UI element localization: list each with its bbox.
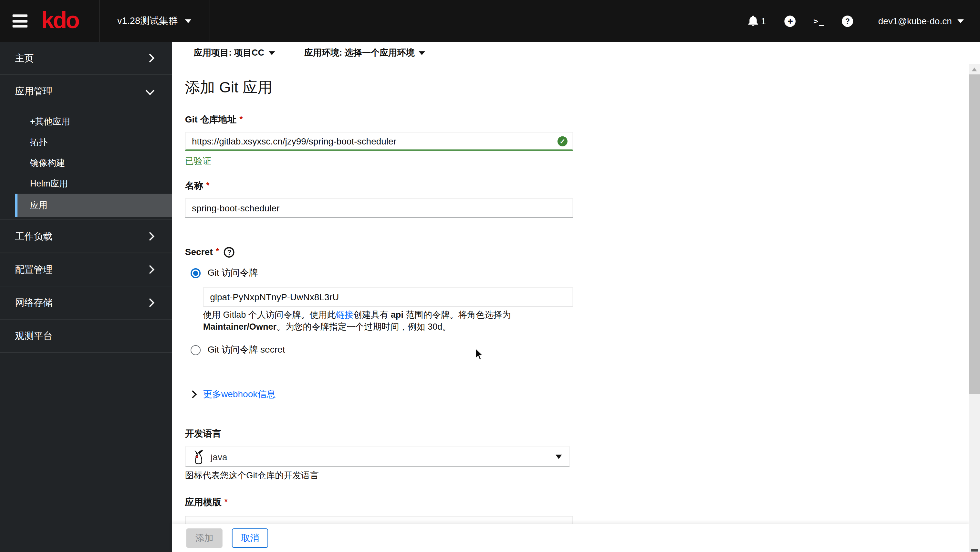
radio-git-access-token[interactable]: Git 访问令牌 <box>191 267 258 279</box>
secret-help-icon[interactable]: ? <box>224 247 234 257</box>
plus-icon: + <box>788 16 793 26</box>
project-selector-label: 应用项目: 项目CC <box>194 47 264 59</box>
cluster-name: v1.28测试集群 <box>117 15 178 27</box>
topbar-actions: 1 + >_ ? dev1@kube-do.cn <box>748 0 964 42</box>
user-menu[interactable]: dev1@kube-do.cn <box>878 16 964 26</box>
notifications-button[interactable]: 1 <box>748 15 766 27</box>
sidebar-item-network-storage[interactable]: 网络存储 <box>0 286 172 320</box>
validated-status: 已验证 <box>185 156 211 167</box>
required-marker: * <box>239 115 243 124</box>
project-selector[interactable]: 应用项目: 项目CC <box>194 47 275 59</box>
help-button[interactable]: ? <box>842 15 853 27</box>
environment-selector[interactable]: 应用环境: 选择一个应用环境 <box>304 47 425 59</box>
cluster-selector[interactable]: v1.28测试集群 <box>100 0 209 42</box>
template-label: 应用模版* <box>185 496 228 508</box>
chevron-right-icon <box>146 54 154 62</box>
sidebar-item-label: +其他应用 <box>30 116 70 127</box>
sidebar-item-app-management[interactable]: 应用管理 <box>0 75 172 108</box>
chevron-right-icon[interactable] <box>189 391 197 399</box>
page-title: 添加 Git 应用 <box>185 78 273 97</box>
sidebar-item-home[interactable]: 主页 <box>0 42 172 75</box>
webhook-info-link[interactable]: 更多webhook信息 <box>203 388 276 400</box>
help-text-bold: api <box>391 310 403 320</box>
label-text: Secret <box>185 246 213 258</box>
context-bar: 应用项目: 项目CC 应用环境: 选择一个应用环境 <box>172 42 980 65</box>
sidebar-item-helm-apps[interactable]: Helm应用 <box>0 173 172 194</box>
sidebar-item-label: 工作负载 <box>15 230 52 242</box>
hamburger-bar <box>13 20 27 22</box>
chevron-right-icon <box>146 232 154 241</box>
token-help-link[interactable]: 链接 <box>336 310 353 320</box>
radio-label: Git 访问令牌 secret <box>207 344 285 356</box>
main-content: 添加 Git 应用 Git 仓库地址* ✓ 已验证 名称* Secret* ? … <box>172 64 969 552</box>
help-text-bold: Maintainer/Owner <box>203 322 277 332</box>
scrollbar-thumb[interactable] <box>969 74 980 394</box>
user-name: dev1@kube-do.cn <box>878 16 952 26</box>
chevron-down-icon <box>555 455 562 459</box>
hamburger-menu-icon[interactable] <box>13 14 27 28</box>
chevron-down-icon <box>185 19 191 23</box>
app-window: kdo v1.28测试集群 1 + >_ ? <box>0 0 980 552</box>
help-text-part: 创建具有 <box>353 310 391 320</box>
name-label: 名称* <box>185 180 210 192</box>
radio-git-token-secret[interactable]: Git 访问令牌 secret <box>191 344 285 356</box>
chevron-down-icon <box>269 51 275 55</box>
language-label: 开发语言 <box>185 428 221 439</box>
hamburger-bar <box>13 14 27 17</box>
label-text: 开发语言 <box>185 428 221 438</box>
help-text-part: 范围的令牌。将角色选择为 <box>403 310 511 320</box>
help-text-part: 。为您的令牌指定一个过期时间，例如 30d。 <box>277 322 451 332</box>
sidebar-item-label: 镜像构建 <box>30 157 65 169</box>
sidebar-item-label: 观测平台 <box>15 330 52 342</box>
required-marker: * <box>216 246 219 257</box>
chevron-right-icon <box>146 298 154 307</box>
git-repo-input[interactable] <box>185 132 573 151</box>
label-text: Git 仓库地址 <box>185 115 237 124</box>
sidebar-item-label: 主页 <box>15 53 33 64</box>
sidebar-item-config-management[interactable]: 配置管理 <box>0 254 172 287</box>
terminal-icon: >_ <box>813 16 824 26</box>
scrollbar-down-arrow[interactable] <box>971 549 978 552</box>
radio-unselected-icon[interactable] <box>191 345 200 355</box>
language-help-text: 图标代表您这个Git仓库的开发语言 <box>185 470 319 482</box>
radio-dot <box>193 271 198 275</box>
sidebar-item-topology[interactable]: 拓扑 <box>0 132 172 153</box>
sidebar-item-label: Helm应用 <box>30 178 68 189</box>
top-navigation-bar: kdo v1.28测试集群 1 + >_ ? <box>0 0 980 42</box>
name-field-wrap <box>185 198 573 217</box>
name-input[interactable] <box>185 198 573 217</box>
git-repo-field-wrap: ✓ <box>185 132 573 151</box>
add-button[interactable]: 添加 <box>186 528 223 548</box>
label-text: 应用模版 <box>185 497 221 507</box>
secret-label: Secret* ? <box>185 246 235 258</box>
token-input[interactable] <box>203 287 573 306</box>
notification-count: 1 <box>761 16 766 26</box>
sidebar-item-label: 网络存储 <box>15 297 52 309</box>
sidebar-item-workloads[interactable]: 工作负载 <box>0 220 172 254</box>
language-select[interactable]: java <box>185 447 570 467</box>
hamburger-bar <box>13 25 27 27</box>
terminal-button[interactable]: >_ <box>813 16 824 26</box>
add-resource-button[interactable]: + <box>784 15 796 27</box>
sidebar-item-image-build[interactable]: 镜像构建 <box>0 153 172 173</box>
required-marker: * <box>224 497 228 506</box>
sidebar-item-observability[interactable]: 观测平台 <box>0 320 172 353</box>
sidebar-navigation: 主页 应用管理 +其他应用 拓扑 镜像构建 Helm应用 应用 工作 <box>0 42 172 552</box>
sidebar-item-other-apps[interactable]: +其他应用 <box>0 111 172 132</box>
valid-check-icon: ✓ <box>557 136 568 147</box>
cancel-button[interactable]: 取消 <box>232 528 268 548</box>
sidebar-item-label: 配置管理 <box>15 264 52 276</box>
vertical-scrollbar[interactable] <box>969 64 980 552</box>
token-help-text: 使用 Gitlab 个人访问令牌。使用此链接创建具有 api 范围的令牌。将角色… <box>203 309 573 333</box>
question-glyph: ? <box>227 246 231 258</box>
chevron-right-icon <box>146 265 154 274</box>
brand-logo[interactable]: kdo <box>41 7 79 34</box>
java-duke-icon <box>193 449 204 464</box>
radio-selected-icon[interactable] <box>191 268 200 278</box>
scrollbar-up-arrow[interactable] <box>972 67 977 72</box>
topbar-divider <box>208 0 209 42</box>
question-icon: ? <box>845 16 850 25</box>
sidebar-item-apps-active[interactable]: 应用 <box>15 194 172 217</box>
check-glyph: ✓ <box>560 137 565 145</box>
git-repo-label: Git 仓库地址* <box>185 114 243 126</box>
